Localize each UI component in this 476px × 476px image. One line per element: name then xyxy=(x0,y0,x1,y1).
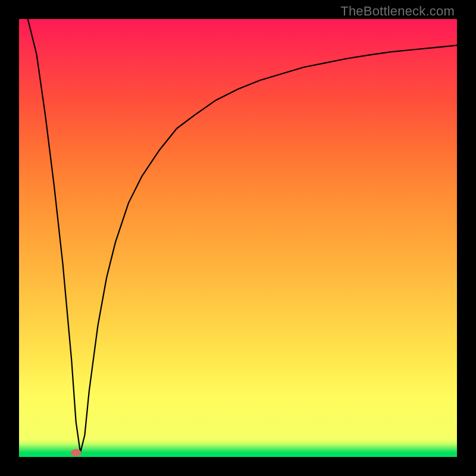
min-marker xyxy=(71,449,82,456)
plot-area xyxy=(19,19,457,457)
curve-svg xyxy=(19,19,457,457)
watermark-text: TheBottleneck.com xyxy=(340,4,455,19)
bottleneck-curve xyxy=(19,0,457,453)
chart-frame: TheBottleneck.com xyxy=(0,0,476,476)
